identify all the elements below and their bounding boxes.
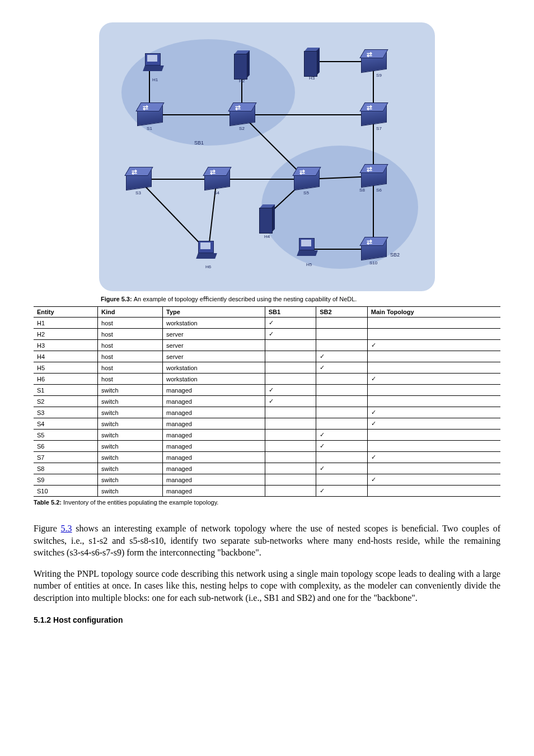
host-h4-label: H4: [264, 234, 270, 239]
th-entity: Entity: [34, 307, 98, 318]
switch-s7-label: S7: [376, 126, 382, 131]
table-cell: managed: [163, 486, 265, 497]
table-caption: Table 5.2: Inventory of the entities pop…: [34, 499, 500, 506]
p1-text-b: shows an interesting example of network …: [34, 524, 500, 557]
network-topology-figure: SB1 SB2 ⇄ S1 ⇄ S2 ⇄ S3: [99, 22, 435, 291]
table-cell: switch: [98, 441, 163, 452]
th-kind: Kind: [98, 307, 163, 318]
table-cell: [367, 430, 500, 441]
figure-caption-text: An example of topology eﬃciently describ…: [134, 296, 357, 302]
table-row: H3hostserver✓: [34, 340, 500, 351]
table-cell: [265, 474, 316, 486]
table-cell: ✓: [265, 329, 316, 340]
host-h3: [304, 48, 320, 76]
table-cell: [316, 374, 368, 385]
table-cell: switch: [98, 418, 163, 430]
table-cell: S4: [34, 418, 98, 430]
table-cell: ✓: [316, 463, 368, 474]
switch-s5: ⇄: [294, 171, 318, 188]
inventory-table: Entity Kind Type SB1 SB2 Main Topology H…: [34, 306, 500, 497]
switch-s1-label: S1: [147, 126, 152, 131]
table-cell: switch: [98, 396, 163, 407]
switch-s4-label: S4: [214, 190, 219, 195]
table-cell: [367, 463, 500, 474]
switch-s7: ⇄: [361, 106, 386, 123]
table-cell: managed: [163, 396, 265, 407]
host-h5: [298, 238, 320, 260]
section-heading: 5.1.2 Host conﬁguration: [34, 615, 500, 624]
table-row: S1switchmanaged✓: [34, 385, 500, 396]
table-cell: S7: [34, 452, 98, 463]
figure-ref-link[interactable]: 5.3: [61, 524, 72, 533]
table-cell: H1: [34, 318, 98, 329]
table-cell: switch: [98, 474, 163, 486]
table-cell: [265, 430, 316, 441]
table-cell: [265, 452, 316, 463]
host-h5-label: H5: [306, 262, 312, 267]
switch-s3-label: S3: [135, 190, 141, 195]
switch-s1: ⇄: [137, 106, 162, 123]
p1-text-a: Figure: [34, 524, 61, 533]
table-cell: ✓: [367, 340, 500, 351]
table-caption-text: Inventory of the entities populating the…: [63, 499, 218, 506]
table-cell: S6: [34, 441, 98, 452]
region-sb1-label: SB1: [194, 140, 204, 146]
table-cell: [367, 329, 500, 340]
table-cell: switch: [98, 430, 163, 441]
table-cell: managed: [163, 474, 265, 486]
table-cell: ✓: [265, 385, 316, 396]
paragraph-2: Writing the PNPL topology source code de…: [34, 568, 500, 604]
table-cell: [367, 362, 500, 374]
table-cell: [316, 418, 368, 430]
table-cell: H4: [34, 351, 98, 362]
table-cell: managed: [163, 441, 265, 452]
table-cell: S8: [34, 463, 98, 474]
host-h2: [234, 50, 250, 78]
host-h3-label: H3: [309, 76, 315, 81]
table-cell: ✓: [265, 396, 316, 407]
table-cell: managed: [163, 430, 265, 441]
table-cell: managed: [163, 385, 265, 396]
switch-s8-label: S8: [359, 188, 365, 193]
table-row: S10switchmanaged✓: [34, 486, 500, 497]
table-cell: [316, 396, 368, 407]
table-cell: switch: [98, 486, 163, 497]
table-cell: S5: [34, 430, 98, 441]
table-cell: S2: [34, 396, 98, 407]
table-row: S4switchmanaged✓: [34, 418, 500, 430]
switch-s5-label: S5: [303, 190, 309, 195]
figure-caption-prefix: Figure 5.3:: [101, 296, 134, 302]
table-cell: [367, 385, 500, 396]
table-cell: [265, 441, 316, 452]
table-cell: workstation: [163, 362, 265, 374]
table-cell: S10: [34, 486, 98, 497]
table-cell: workstation: [163, 318, 265, 329]
table-cell: ✓: [367, 374, 500, 385]
table-cell: [367, 351, 500, 362]
table-cell: host: [98, 340, 163, 351]
table-cell: server: [163, 340, 265, 351]
table-cell: S9: [34, 474, 98, 486]
table-cell: ✓: [367, 452, 500, 463]
host-h1-label: H1: [152, 77, 158, 82]
host-h4: [259, 204, 275, 232]
table-cell: [316, 340, 368, 351]
table-cell: [265, 407, 316, 418]
table-cell: H2: [34, 329, 98, 340]
table-cell: ✓: [367, 418, 500, 430]
table-cell: ✓: [316, 430, 368, 441]
switch-s10: ⇄: [361, 241, 386, 258]
th-sb2: SB2: [316, 307, 368, 318]
paragraph-1: Figure 5.3 shows an interesting example …: [34, 522, 500, 559]
table-cell: [316, 407, 368, 418]
switch-s4: ⇄: [204, 171, 229, 188]
table-cell: workstation: [163, 374, 265, 385]
table-cell: server: [163, 329, 265, 340]
table-cell: ✓: [367, 474, 500, 486]
table-cell: switch: [98, 452, 163, 463]
table-row: S7switchmanaged✓: [34, 452, 500, 463]
table-row: H5hostworkstation✓: [34, 362, 500, 374]
switch-s2: ⇄: [229, 106, 254, 123]
switch-s3: ⇄: [126, 171, 151, 188]
table-cell: H6: [34, 374, 98, 385]
